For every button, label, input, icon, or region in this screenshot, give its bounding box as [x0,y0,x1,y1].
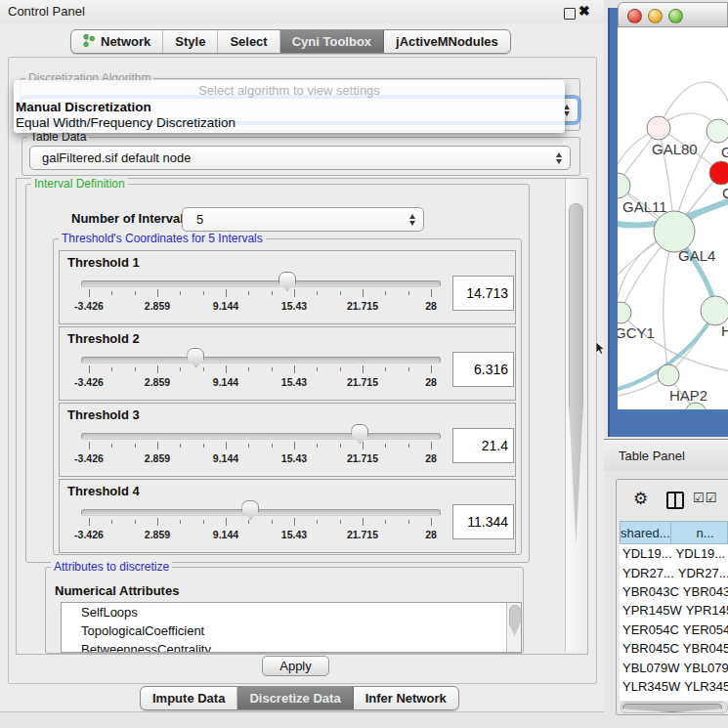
table-row[interactable]: YER054CYER054C [620,621,728,639]
table-row[interactable]: YIL052CYIL052C [620,696,728,701]
slider-track[interactable] [81,357,441,364]
slider-thumb[interactable] [351,424,368,444]
cell-name[interactable]: YPR145W [682,603,728,618]
cell-shared-name[interactable]: YIL052C [620,698,672,701]
table-hscrollbar-thumb[interactable] [622,704,722,712]
list-scrollbar-thumb[interactable] [509,605,521,636]
threshold-value-box[interactable]: 14.713 [452,276,514,311]
tab-jactivemnodules[interactable]: jActiveMNodules [384,30,510,53]
cell-name[interactable]: YDR27... [674,566,728,580]
tab-impute-data[interactable]: Impute Data [141,687,237,709]
slider-track[interactable] [81,433,441,440]
cell-shared-name[interactable]: YLR345W [620,679,680,694]
tick-mark [111,520,112,524]
close-icon[interactable]: ✖ [578,3,590,19]
tick-label: 21.715 [347,300,378,312]
zoom-traffic-light-icon[interactable] [668,9,683,23]
network-node[interactable] [647,116,670,140]
cell-shared-name[interactable]: YBR043C [620,584,679,599]
cell-shared-name[interactable]: YDL19... [620,546,672,561]
network-node[interactable] [658,364,679,386]
vertical-scrollbar-thumb[interactable] [569,203,583,545]
table-row[interactable]: YBL079WYBL079W [620,658,728,676]
cell-shared-name[interactable]: YBR045C [620,641,679,656]
close-traffic-light-icon[interactable] [627,9,642,23]
tick-mark [135,367,136,371]
network-node-label: GAL80 [652,141,698,157]
network-node[interactable] [709,161,728,185]
slider-track[interactable] [81,509,441,516]
cell-shared-name[interactable]: YDR27... [620,566,674,580]
tick-mark [431,365,432,373]
slider-thumb[interactable] [241,500,259,520]
table-horizontal-scrollbar[interactable] [621,702,728,713]
tab-cyni-toolbox[interactable]: Cyni Toolbox [280,30,384,53]
apply-button[interactable]: Apply [262,656,329,676]
threshold-value-box[interactable]: 6.316 [452,352,514,387]
tab-network[interactable]: Network [71,30,163,53]
threshold-panel: Threshold 3 -3.4262.8599.14415.4321.7152… [59,403,516,477]
number-of-intervals-combo[interactable]: 5 [182,207,424,232]
cell-shared-name[interactable]: YPR145W [620,603,682,618]
number-of-intervals-label: Number of Intervals [71,211,191,226]
network-node[interactable] [654,211,695,252]
column-header-shared-name[interactable]: shared... [620,521,671,544]
network-node[interactable] [618,173,630,198]
minimize-traffic-light-icon[interactable] [648,9,663,23]
dropdown-option-manual-discretization[interactable]: Manual Discretization [16,100,151,114]
split-view-icon[interactable] [666,492,684,509]
tab-select[interactable]: Select [218,30,279,53]
network-canvas[interactable]: GAL80GCGAL11GAL4GCY1HHAP2 [618,27,728,409]
cell-name[interactable]: YLR345W [680,679,728,694]
tab-style[interactable]: Style [163,30,218,53]
numerical-attributes-list[interactable]: SelfLoopsTopologicalCoefficientBetweenne… [61,602,522,653]
tick-mark [111,367,112,371]
gear-icon[interactable]: ⚙ [633,489,648,508]
network-window-titlebar[interactable] [618,2,728,27]
cell-name[interactable]: YDL19... [672,546,728,561]
slider-track[interactable] [81,280,441,287]
attribute-list-item[interactable]: TopologicalCoefficient [62,621,521,640]
threshold-value-box[interactable]: 21.4 [452,428,514,463]
cell-shared-name[interactable]: YER054C [620,622,679,637]
float-window-icon[interactable] [564,8,576,20]
tick-mark [431,289,432,297]
network-node[interactable] [618,302,631,323]
cell-shared-name[interactable]: YBL079W [620,661,680,675]
threshold-label: Threshold 4 [67,484,140,498]
network-node-label: C [722,185,728,201]
network-node[interactable] [701,296,728,325]
cell-name[interactable]: YER054C [679,622,728,637]
network-node[interactable] [685,403,707,409]
tick-label: -3.426 [74,452,104,464]
cell-name[interactable]: YIL052C [672,698,728,701]
slider-thumb[interactable] [278,272,296,291]
table-row[interactable]: YDR27...YDR27... [620,563,728,581]
column-header-name[interactable]: n... [671,521,728,544]
vertical-scrollbar[interactable] [565,179,586,652]
table-row[interactable]: YPR145WYPR145W [620,601,728,620]
table-row[interactable]: YLR345WYLR345W [620,677,728,696]
slider-thumb[interactable] [187,348,204,367]
cell-name[interactable]: YBL079W [680,661,728,675]
cell-name[interactable]: YBR045C [679,641,728,656]
cell-name[interactable]: YBR043C [679,584,728,599]
tick-mark [363,289,364,297]
select-columns-icon[interactable]: ☑☑ [693,491,717,505]
network-node[interactable] [707,119,728,143]
table-row[interactable]: YBR045CYBR045C [620,639,728,658]
threshold-value-box[interactable]: 11.344 [452,504,514,539]
table-row[interactable]: YBR043CYBR043C [620,582,728,601]
slider-ticks [60,442,515,451]
slider-labels: -3.4262.8599.14415.4321.71528 [60,300,515,312]
dropdown-option-equal-width[interactable]: Equal Width/Frequency Discretization [16,115,236,130]
tab-infer-network[interactable]: Infer Network [354,687,458,709]
list-scrollbar[interactable] [506,603,521,652]
tick-mark [272,291,273,295]
tab-discretize-data[interactable]: Discretize Data [237,687,353,709]
attribute-list-item[interactable]: BetweennessCentrality [62,640,521,653]
tick-label: 28 [425,300,437,312]
table-data-combo[interactable]: galFiltered.sif default node [29,146,571,170]
table-row[interactable]: YDL19...YDL19... [620,544,728,563]
attribute-list-item[interactable]: SelfLoops [62,603,521,621]
